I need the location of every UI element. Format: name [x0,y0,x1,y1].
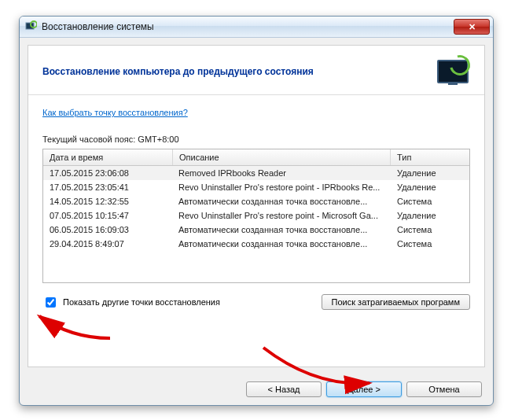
timezone-label: Текущий часовой пояс: GMT+8:00 [42,134,470,144]
col-datetime[interactable]: Дата и время [43,149,173,165]
wizard-footer: < Назад Далее > Отмена [20,374,493,405]
cell-type: Система [391,223,469,237]
cell-type: Удаление [391,166,469,180]
svg-rect-0 [26,23,34,29]
cell-datetime: 17.05.2015 23:05:41 [43,180,172,194]
close-icon: ✕ [469,23,476,31]
cell-type: Система [391,237,469,251]
cell-type: Удаление [391,208,469,223]
cell-type: Система [391,194,469,208]
cell-description: Автоматически созданная точка восстановл… [172,194,391,208]
system-restore-window: Восстановление системы ✕ Восстановление … [19,16,494,406]
titlebar[interactable]: Восстановление системы ✕ [20,17,493,38]
table-row[interactable]: 07.05.2015 10:15:47 Revo Uninstaller Pro… [43,208,469,223]
show-more-checkbox[interactable]: Показать другие точки восстановления [42,295,322,310]
close-button[interactable]: ✕ [454,19,490,35]
table-row[interactable]: 06.05.2015 16:09:03 Автоматически создан… [43,223,469,237]
back-button[interactable]: < Назад [246,381,322,397]
table-row[interactable]: 14.05.2015 12:32:55 Автоматически создан… [43,194,469,208]
next-button[interactable]: Далее > [326,381,402,397]
help-link[interactable]: Как выбрать точку восстановления? [42,108,188,117]
table-row[interactable]: 29.04.2015 8:49:07 Автоматически созданн… [43,237,469,251]
cell-description: Revo Uninstaller Pro's restore point - M… [172,208,391,223]
col-type[interactable]: Тип [391,149,469,165]
cell-datetime: 06.05.2015 16:09:03 [43,223,172,237]
table-row[interactable]: 17.05.2015 23:05:41 Revo Uninstaller Pro… [43,180,469,194]
cell-description: Автоматически созданная точка восстановл… [172,237,391,251]
window-title: Восстановление системы [42,21,454,32]
cell-description: Автоматически созданная точка восстановл… [172,223,391,237]
content-panel: Восстановление компьютера до предыдущего… [28,45,485,367]
content-header: Восстановление компьютера до предыдущего… [28,46,484,95]
show-more-label: Показать другие точки восстановления [63,297,220,307]
col-description[interactable]: Описание [173,149,391,165]
cell-description: Removed IPRbooks Reader [172,166,391,180]
page-title: Восстановление компьютера до предыдущего… [42,66,432,77]
table-header: Дата и время Описание Тип [43,149,469,166]
cell-description: Revo Uninstaller Pro's restore point - I… [172,180,391,194]
cell-type: Удаление [391,180,469,194]
cell-datetime: 14.05.2015 12:32:55 [43,194,172,208]
show-more-checkbox-input[interactable] [46,297,56,308]
cell-datetime: 29.04.2015 8:49:07 [43,237,172,251]
cell-datetime: 17.05.2015 23:06:08 [43,166,172,180]
cell-datetime: 07.05.2015 10:15:47 [43,208,172,223]
restore-points-table: Дата и время Описание Тип 17.05.2015 23:… [42,149,470,283]
cancel-button[interactable]: Отмена [406,381,482,397]
affected-programs-button[interactable]: Поиск затрагиваемых программ [322,294,470,310]
restore-monitor-icon [432,57,470,87]
system-restore-icon [24,20,37,33]
table-row[interactable]: 17.05.2015 23:06:08 Removed IPRbooks Rea… [43,166,469,180]
